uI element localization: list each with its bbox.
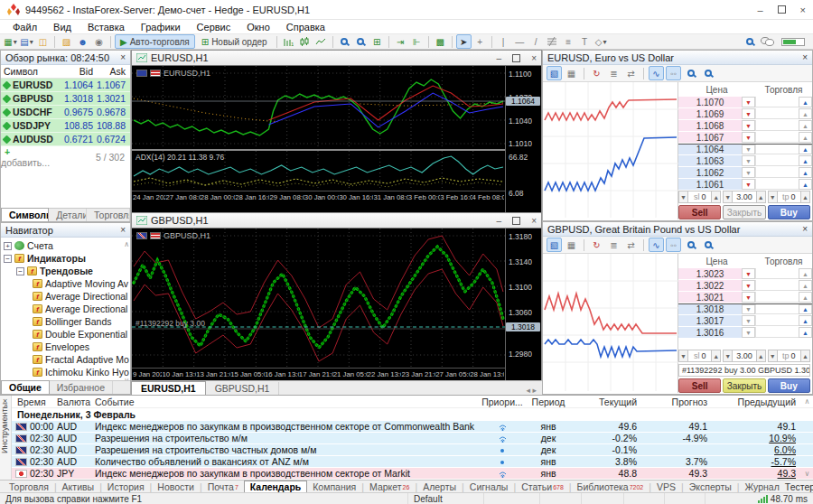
market-row-usdchf[interactable]: USDCHF 0.96750.9678 <box>1 106 130 119</box>
tab-alerts[interactable]: Алерты <box>417 481 462 492</box>
tick-line-button[interactable]: ∿ <box>649 66 664 80</box>
bar-chart-button[interactable]: 1 <box>281 34 296 49</box>
ask-row[interactable]: 1.3023▼▲ <box>678 268 812 280</box>
buy-arrow-icon[interactable]: ▲ <box>799 268 812 279</box>
zoom-out-button[interactable] <box>700 238 715 252</box>
chart-close-button[interactable]: × <box>531 216 537 226</box>
buy-arrow-icon[interactable]: ▲ <box>799 304 812 314</box>
new-chart-button[interactable]: ▦▾ <box>3 34 18 49</box>
buy-arrow-icon[interactable]: ▲ <box>799 292 812 303</box>
tick-chart-gbpusd[interactable] <box>543 254 678 393</box>
candle-chart-button[interactable] <box>297 34 313 49</box>
depth-table-button[interactable]: ▦ <box>564 66 579 80</box>
tab-scroll-arrows[interactable]: ◂ ▸ <box>520 386 542 395</box>
zoom-in-button[interactable] <box>683 238 698 252</box>
col-symbol[interactable]: Символ <box>1 66 59 77</box>
tab-trade[interactable]: Торговля <box>87 209 130 221</box>
scroll-down-icon[interactable]: ∨ <box>801 470 813 478</box>
search-icon[interactable] <box>746 38 753 45</box>
market-watch-close-icon[interactable]: × <box>120 52 126 62</box>
dom-close-icon[interactable]: × <box>802 224 808 234</box>
trendline-button[interactable]: / <box>528 34 544 49</box>
bid-row[interactable]: 1.1061▼▲ <box>678 179 812 191</box>
chart-tab-eurusd[interactable]: EURUSD,H1 <box>131 381 206 395</box>
collapse-icon[interactable]: − <box>4 255 12 263</box>
stop-loss-stepper[interactable]: ▼sl0▲ <box>678 350 721 362</box>
chart-maximize-button[interactable] <box>512 217 520 225</box>
tile-windows-button[interactable]: ⊞ <box>369 34 385 49</box>
zoom-out-button[interactable] <box>353 34 369 49</box>
templates-button[interactable]: ▩ <box>433 34 448 49</box>
broadcast-button[interactable]: ◉ <box>91 34 107 49</box>
scroll-up-icon[interactable]: ∧ <box>124 240 129 248</box>
tree-item-indicator[interactable]: fAverage Directional <box>4 290 130 303</box>
buy-arrow-icon[interactable]: ▲ <box>799 315 812 326</box>
ask-row[interactable]: 1.1069▼▲ <box>678 108 812 120</box>
sell-arrow-icon[interactable]: ▼ <box>742 97 755 107</box>
menu-help[interactable]: Справка <box>279 22 332 33</box>
line-chart-button[interactable] <box>313 34 329 49</box>
strategy-tester-label[interactable]: Тестер стратегий <box>785 481 813 492</box>
menu-insert[interactable]: Вставка <box>80 22 132 33</box>
tree-item-indicator[interactable]: fIchimoku Kinko Hyo <box>4 366 130 378</box>
vertical-line-button[interactable]: | <box>496 34 511 49</box>
horizontal-line-button[interactable]: — <box>512 34 528 49</box>
sell-arrow-icon[interactable]: ▼ <box>742 304 755 314</box>
buy-arrow-icon[interactable]: ▲ <box>799 327 812 338</box>
tree-item-indicator[interactable]: fAverage Directional <box>4 303 130 315</box>
market-row-gbpusd[interactable]: GBPUSD 1.30181.3021 <box>1 92 130 106</box>
maximize-button[interactable] <box>778 5 786 14</box>
text-button[interactable]: T <box>577 34 593 49</box>
tab-favorites[interactable]: Избранное <box>50 381 113 394</box>
sell-button[interactable]: Sell <box>678 205 721 219</box>
bid-row[interactable]: 1.1062▼▲ <box>678 167 812 179</box>
volume-stepper[interactable]: ▼3.00▲ <box>723 350 765 362</box>
tab-news[interactable]: Новости <box>152 481 200 492</box>
sell-arrow-icon[interactable]: ▼ <box>742 315 755 326</box>
chart-minimize-button[interactable]: – <box>497 216 502 226</box>
time-axis[interactable]: 9 Jan 202010 Jan 13:0013 Jan 21:0015 Jan… <box>132 368 505 379</box>
market-row-usdjpy[interactable]: USDJPY 108.85108.88 <box>1 119 130 133</box>
menu-view[interactable]: Вид <box>46 22 79 33</box>
calendar-event-row[interactable]: 02:30 JPY Индекс менеджеров по закупкам … <box>12 468 813 480</box>
sell-arrow-icon[interactable]: ▼ <box>742 108 755 119</box>
close-button[interactable]: Закрыть <box>723 378 765 393</box>
navigator-close-icon[interactable]: × <box>120 225 126 235</box>
tree-item-indicator[interactable]: fDouble Exponential <box>4 328 130 341</box>
shapes-button[interactable]: ◇▾ <box>593 34 609 49</box>
bid-row[interactable]: 1.3017▼▲ <box>678 315 812 327</box>
buy-arrow-icon[interactable]: ▲ <box>799 132 812 143</box>
adx-indicator-pane[interactable]: ADX(14) 20.21 11.38 9.76 <box>132 151 505 191</box>
buy-arrow-icon[interactable]: ▲ <box>799 97 812 107</box>
buy-arrow-icon[interactable]: ▲ <box>799 167 812 178</box>
calendar-event-row[interactable]: 00:00 AUD Индекс менеджеров по закупкам … <box>12 421 813 433</box>
buy-arrow-icon[interactable]: ▲ <box>799 280 812 291</box>
refresh-button[interactable]: ↻ <box>589 238 604 252</box>
scroll-to-end-button[interactable]: ⇥ <box>393 34 408 49</box>
tab-market[interactable]: Маркет26 <box>364 481 415 492</box>
bid-row[interactable]: 1.3016▼▲ <box>678 327 812 339</box>
tab-signals[interactable]: Сигналы <box>464 481 514 492</box>
crosshair-button[interactable]: + <box>472 34 488 49</box>
transfer-button[interactable]: ⇄ <box>623 238 639 252</box>
zoom-out-button[interactable] <box>700 66 715 80</box>
book-button[interactable]: ≣ <box>606 66 621 80</box>
depth-table-button[interactable]: ▦ <box>564 238 579 252</box>
sell-arrow-icon[interactable]: ▼ <box>742 145 755 154</box>
minimize-button[interactable]: – <box>757 5 762 15</box>
tab-mail[interactable]: Почта7 <box>202 481 244 492</box>
sell-arrow-icon[interactable]: ▼ <box>742 327 755 338</box>
refresh-button[interactable]: ↻ <box>589 66 604 80</box>
ask-row[interactable]: 1.1070▼▲ <box>678 97 812 108</box>
ask-row[interactable]: 1.3021▼▲ <box>678 292 812 303</box>
chart-tab-gbpusd[interactable]: GBPUSD,H1 <box>206 382 280 395</box>
menu-file[interactable]: Файл <box>5 22 44 33</box>
close-button[interactable]: Закрыть <box>723 205 765 219</box>
buy-button[interactable]: Buy <box>768 205 810 219</box>
tab-assets[interactable]: Активы <box>57 481 100 492</box>
ask-row[interactable]: 1.1068▼▲ <box>678 120 812 132</box>
sell-arrow-icon[interactable]: ▼ <box>742 280 755 291</box>
tree-item-indicator[interactable]: fBollinger Bands <box>4 315 130 328</box>
sell-arrow-icon[interactable]: ▼ <box>742 292 755 303</box>
tab-journal[interactable]: Журнал <box>739 481 784 492</box>
